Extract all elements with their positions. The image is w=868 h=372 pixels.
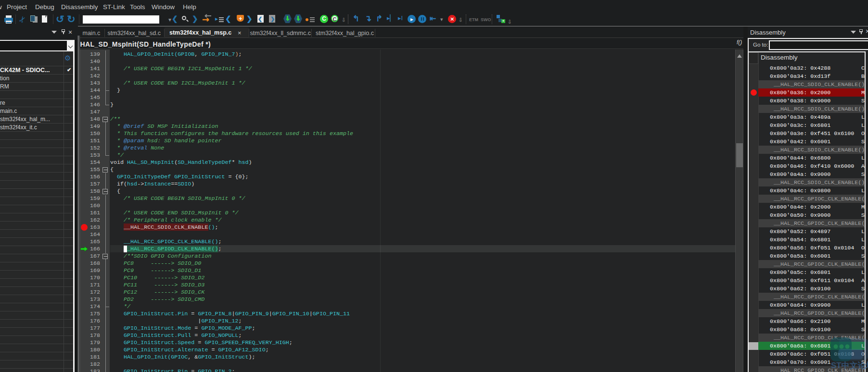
svg-text:ST中文论坛: ST中文论坛: [831, 361, 868, 370]
